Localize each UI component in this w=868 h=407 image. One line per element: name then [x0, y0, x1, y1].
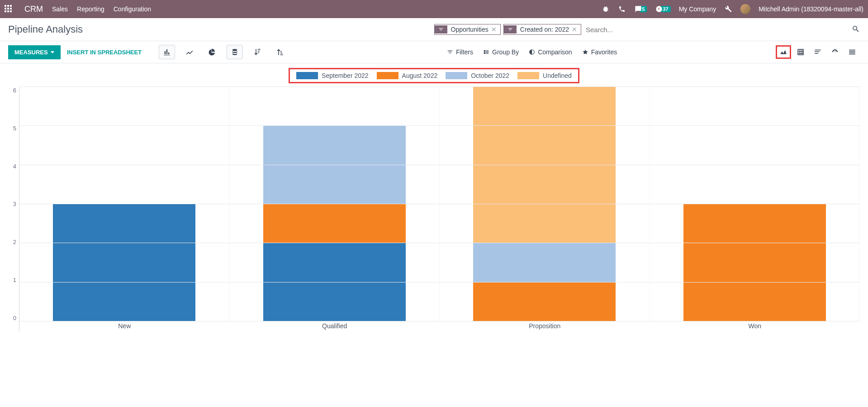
company-switcher[interactable]: My Company — [679, 5, 716, 13]
y-tick-label: 2 — [13, 239, 16, 245]
y-tick-label: 3 — [13, 201, 16, 207]
bar-segment[interactable] — [53, 204, 195, 321]
bar-slot — [650, 87, 860, 321]
bar-stack[interactable] — [53, 87, 195, 321]
chart-container: September 2022 August 2022 October 2022 … — [0, 63, 868, 340]
page-title: Pipeline Analysis — [8, 24, 83, 35]
bar-segment[interactable] — [263, 243, 406, 321]
nav-configuration[interactable]: Configuration — [114, 5, 151, 13]
insert-spreadsheet-button[interactable]: INSERT IN SPREADSHEET — [67, 49, 142, 56]
plot-area: NewQualifiedPropositionWon — [19, 87, 860, 331]
legend-label: October 2022 — [471, 72, 509, 79]
y-tick-label: 5 — [13, 125, 16, 132]
filter-chip-opportunities[interactable]: Opportunities ✕ — [434, 24, 501, 35]
bar-stack[interactable] — [683, 87, 826, 321]
search-icon[interactable] — [852, 25, 860, 34]
groupby-label: Group By — [492, 48, 519, 56]
sort-asc-button[interactable] — [272, 45, 288, 59]
favorites-dropdown[interactable]: Favorites — [582, 48, 617, 56]
toolbar-search-options: Filters Group By Comparison Favorites — [447, 48, 617, 56]
legend-swatch — [296, 72, 318, 79]
filters-label: Filters — [456, 48, 473, 56]
filter-chip-label: Opportunities — [451, 26, 489, 33]
chip-close-icon[interactable]: ✕ — [491, 26, 497, 33]
y-tick-label: 1 — [13, 277, 16, 283]
chip-close-icon[interactable]: ✕ — [572, 26, 577, 33]
tools-icon[interactable] — [724, 5, 732, 13]
caret-down-icon — [51, 51, 54, 53]
y-tick-label: 6 — [13, 87, 16, 94]
pivot-view-button[interactable] — [793, 45, 808, 59]
user-menu[interactable]: Mitchell Admin (18320094-master-all) — [759, 5, 863, 13]
chart-legend: September 2022 August 2022 October 2022 … — [289, 68, 579, 83]
header-row: Pipeline Analysis Opportunities ✕ Create… — [0, 18, 868, 41]
graph-view-button[interactable] — [776, 45, 791, 59]
phone-icon[interactable] — [618, 5, 626, 13]
legend-item-october[interactable]: October 2022 — [446, 72, 509, 79]
legend-item-september[interactable]: September 2022 — [296, 72, 369, 79]
nav-sales[interactable]: Sales — [52, 5, 68, 13]
legend-label: Undefined — [543, 72, 572, 79]
y-axis: 6543210 — [8, 87, 19, 331]
bar-slot — [230, 87, 440, 321]
dashboard-view-button[interactable] — [827, 45, 843, 59]
filter-icon — [504, 25, 517, 34]
search-input[interactable] — [584, 24, 849, 35]
bar-stack[interactable] — [263, 87, 406, 321]
bug-icon[interactable] — [602, 5, 610, 13]
legend-label: August 2022 — [402, 72, 438, 79]
avatar[interactable] — [740, 4, 750, 14]
search-area: Opportunities ✕ Created on: 2022 ✕ — [434, 24, 860, 35]
chart-body: 6543210 NewQualifiedPropositionWon — [8, 87, 860, 331]
legend-swatch — [446, 72, 467, 79]
navbar-right: 5 37 My Company Mitchell Admin (18320094… — [602, 4, 863, 14]
legend-label: September 2022 — [322, 72, 369, 79]
messages-indicator[interactable]: 5 — [634, 5, 647, 13]
bar-segment[interactable] — [683, 204, 826, 321]
clock-icon — [655, 5, 663, 13]
activities-indicator[interactable]: 37 — [655, 5, 670, 13]
stacked-button[interactable] — [227, 45, 243, 59]
bar-stack[interactable] — [473, 87, 616, 321]
bar-segment[interactable] — [263, 204, 406, 243]
x-tick-label: Qualified — [230, 321, 440, 331]
x-tick-label: Proposition — [440, 321, 650, 331]
groupby-dropdown[interactable]: Group By — [483, 48, 519, 56]
filter-icon — [435, 25, 447, 34]
filter-chip-label: Created on: 2022 — [520, 26, 569, 33]
nav-reporting[interactable]: Reporting — [77, 5, 104, 13]
x-tick-label: New — [19, 321, 230, 331]
legend-item-august[interactable]: August 2022 — [377, 72, 438, 79]
bar-segment[interactable] — [473, 243, 616, 282]
view-switcher — [776, 45, 860, 59]
legend-swatch — [377, 72, 398, 79]
favorites-label: Favorites — [591, 48, 617, 56]
y-tick-label: 0 — [13, 315, 16, 321]
y-tick-label: 4 — [13, 163, 16, 170]
chat-icon — [634, 5, 642, 13]
measures-label: MEASURES — [14, 49, 48, 56]
navbar-left: CRM Sales Reporting Configuration — [5, 5, 151, 14]
top-navbar: CRM Sales Reporting Configuration 5 37 M… — [0, 0, 868, 18]
apps-grid-icon[interactable] — [5, 5, 13, 13]
bar-segment[interactable] — [263, 126, 406, 204]
bar-segment[interactable] — [473, 87, 616, 243]
app-name[interactable]: CRM — [24, 5, 43, 14]
bar-slot — [440, 87, 650, 321]
cohort-view-button[interactable] — [844, 45, 860, 59]
list-view-button[interactable] — [810, 45, 825, 59]
legend-swatch — [517, 72, 539, 79]
filter-chip-created-on[interactable]: Created on: 2022 ✕ — [503, 24, 581, 35]
measures-button[interactable]: MEASURES — [8, 45, 61, 59]
svg-point-0 — [232, 49, 237, 51]
pie-chart-button[interactable] — [204, 45, 220, 59]
filters-dropdown[interactable]: Filters — [447, 48, 473, 56]
bar-slot — [19, 87, 230, 321]
legend-item-undefined[interactable]: Undefined — [517, 72, 572, 79]
sort-desc-button[interactable] — [249, 45, 266, 59]
bar-chart-button[interactable] — [159, 45, 175, 59]
comparison-dropdown[interactable]: Comparison — [529, 48, 572, 56]
toolbar-row: MEASURES INSERT IN SPREADSHEET Filters G… — [0, 41, 868, 63]
bar-segment[interactable] — [473, 283, 616, 321]
line-chart-button[interactable] — [181, 45, 198, 59]
